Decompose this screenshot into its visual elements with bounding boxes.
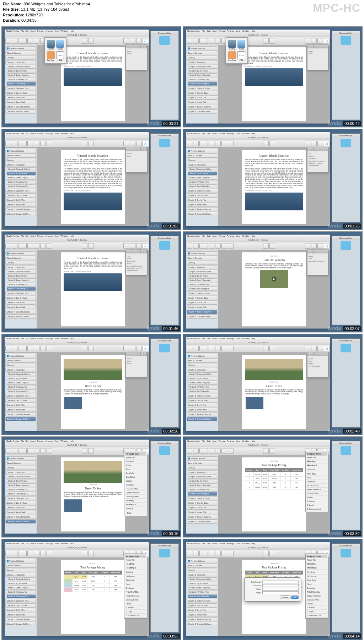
sidebar-item[interactable]: Chapter 8: Discover Californ... — [187, 314, 217, 319]
sidebar-item[interactable]: Section 4: Tour Package Pr... — [7, 82, 36, 86]
style-item[interactable]: Author — [125, 463, 146, 467]
sidebar-item[interactable]: Section 2: Sierra's Sequoia L... — [7, 176, 36, 180]
sidebar-item[interactable]: Chapter 7: Taste of California — [5, 105, 36, 109]
sidebar-item[interactable]: Section 3: HI. Whitney Tour — [7, 590, 36, 594]
sidebar-item[interactable]: Chapter 8: Discover Californ... — [5, 519, 36, 524]
style-item[interactable]: 1. Numbered List — [306, 614, 327, 618]
view-btn[interactable] — [187, 346, 192, 351]
sidebar-item[interactable]: Chapter 3: California's Carn... — [5, 599, 36, 603]
inspector-tab[interactable] — [314, 147, 316, 151]
resources-panel[interactable]: Resources Files — [332, 441, 360, 530]
sidebar-item[interactable]: Table of Contents — [187, 51, 217, 55]
inspector-btn[interactable] — [123, 38, 129, 44]
sidebar-item[interactable]: Chapter 4: Cats On Boats — [187, 603, 217, 608]
sidebar-item[interactable]: Chapter 6: Nature Walk — [187, 510, 217, 514]
sidebar-item[interactable]: Table of Contents — [5, 563, 36, 568]
inspector-tab[interactable] — [307, 352, 310, 356]
table-cell[interactable]: 4 — [99, 575, 109, 579]
style-item[interactable]: Caption — [125, 479, 146, 483]
table-btn[interactable] — [215, 243, 221, 249]
inspector-panel[interactable]: LayoutLabelAccessibility Description — [307, 250, 328, 275]
inspector-field[interactable]: Title — [309, 153, 327, 154]
sidebar-item[interactable]: Section 4: Tour Package Pr... — [188, 287, 217, 291]
sidebar-item[interactable]: Chapter 3: California's Carn... — [5, 496, 36, 500]
pricing-table[interactable]: # PeopleTourPricePrice / Night# of Night… — [64, 571, 122, 592]
sidebar-item[interactable]: Section 1: Big Sur Venture — [188, 69, 217, 73]
fonts-btn[interactable]: A — [324, 346, 330, 351]
sidebar-item[interactable]: Chapter 4: Cats On Boats — [187, 91, 217, 95]
inspector-field[interactable]: Accessibility Description — [309, 260, 327, 262]
menubar[interactable]: iBooks AuthorFileEditInsertFormatArrange… — [186, 337, 330, 341]
inspector-field[interactable]: Title — [127, 255, 146, 257]
popover-icon[interactable] — [47, 51, 55, 59]
sidebar-item[interactable]: Table of Contents — [187, 153, 217, 158]
inspector-tab[interactable] — [126, 352, 129, 356]
sections-btn[interactable] — [12, 243, 17, 249]
fonts-btn[interactable]: A — [324, 141, 330, 146]
style-item[interactable]: 1. Legal — [125, 610, 146, 614]
preview-btn[interactable] — [82, 243, 87, 249]
inspector-tab[interactable] — [310, 45, 313, 48]
sidebar[interactable]: 📘 Preview CaliforniaTable of ContentsGlo… — [186, 353, 218, 431]
style-item[interactable]: Section — [125, 507, 146, 511]
toolbar[interactable]: A — [186, 242, 330, 250]
folder-icon[interactable] — [159, 36, 170, 45]
inline-image[interactable] — [64, 397, 82, 409]
document-page[interactable]: Channel Islands ExcursionThe urban trave… — [61, 150, 125, 224]
video-thumbnail[interactable]: iBooks AuthorFileEditInsertFormatArrange… — [183, 334, 363, 435]
styles-panel[interactable]: Paragraph StylesFigure TitleHeadingHeadi… — [124, 554, 147, 619]
sidebar-item[interactable]: Section 2: Sierra's Sequoia L... — [188, 586, 217, 590]
sidebar-item[interactable]: Section 3: HI. Whitney Tour — [7, 283, 36, 287]
map-widget[interactable] — [64, 68, 122, 86]
sidebar-item[interactable]: Chapter 7: Taste of California — [187, 617, 217, 621]
style-item[interactable]: Figure Title — [306, 558, 327, 562]
inspector-btn[interactable] — [305, 243, 310, 249]
table-cell[interactable]: $1,000 — [269, 476, 280, 481]
sidebar-item[interactable]: Chapter 2: Redwoods Californi... — [188, 475, 217, 479]
inspector-tab[interactable] — [314, 250, 316, 253]
inspector-field[interactable]: Caption — [309, 155, 327, 157]
sidebar-item[interactable]: Chapter 2: Redwoods Californi... — [7, 65, 36, 69]
sidebar-item[interactable]: Chapter 5: Surf In This — [187, 505, 217, 510]
view-btn[interactable] — [187, 551, 192, 556]
sidebar-item[interactable]: Chapter 6: Nature Walk — [187, 100, 217, 104]
table-cell[interactable]: 5 — [280, 485, 291, 489]
inspector-tab[interactable] — [135, 352, 138, 356]
gallery-icon[interactable] — [47, 40, 55, 48]
inspector-tab[interactable] — [316, 147, 319, 151]
inspector-panel[interactable]: TitleCaptionBackgroundAccessibility Desc… — [307, 147, 328, 173]
charts-btn[interactable] — [221, 346, 227, 351]
sidebar-item[interactable]: Chapter 1: Introduction — [187, 60, 217, 64]
style-item[interactable]: FIGURE LABEL — [125, 487, 146, 491]
style-item[interactable]: 1. Numbered List — [306, 507, 327, 511]
folder-icon[interactable] — [341, 549, 351, 557]
sidebar-item[interactable]: Section 2: Sierra's Sequoia L... — [188, 483, 217, 487]
document-page[interactable]: Channel Islands ExcursionThe urban trave… — [61, 47, 125, 121]
sidebar-item[interactable]: Chapter 4: Cats On Boats — [187, 398, 217, 403]
sidebar-item[interactable]: Chapter 2: Redwoods Californi... — [188, 270, 217, 274]
colors-btn[interactable] — [136, 141, 142, 146]
sidebar-item[interactable]: Section 4: Tour Package Pr... — [7, 389, 36, 393]
inspector-field[interactable]: Caption — [127, 258, 146, 259]
sidebar-item[interactable]: Chapter 4: Cats On Boats — [187, 296, 217, 300]
inspector-btn[interactable] — [305, 346, 310, 351]
sidebar-item[interactable]: Chapter 7: Taste of California — [5, 412, 36, 416]
fonts-btn[interactable]: A — [143, 38, 148, 44]
media-btn[interactable] — [311, 38, 317, 44]
style-item[interactable]: Table Body — [306, 472, 327, 476]
inspector-field[interactable]: Label — [309, 360, 327, 362]
inspector-field[interactable]: Layout — [309, 255, 327, 257]
widgets-popup[interactable]: GalleryMediaPop-Over<a>HTML — [226, 37, 248, 64]
resources-panel[interactable]: Resources Files — [332, 236, 360, 325]
sidebar-item[interactable]: Chapter 6: Nature Walk — [187, 203, 217, 207]
dialog-input[interactable] — [262, 581, 299, 583]
table-cell[interactable]: LAX — [109, 583, 122, 587]
sidebar-item[interactable]: Section 4: Tour Package Pr... — [188, 389, 217, 393]
sections-btn[interactable] — [12, 346, 17, 351]
menubar[interactable]: iBooks AuthorFileEditInsertFormatArrange… — [5, 30, 149, 34]
sidebar-item[interactable]: Chapter 7: Taste of California — [5, 207, 36, 211]
sidebar-item[interactable]: Chapter 6: Nature Walk — [5, 613, 36, 617]
book-title[interactable]: 📘 Preview California — [5, 251, 36, 256]
inspector-tab[interactable] — [319, 250, 322, 253]
sidebar[interactable]: 📘 Preview CaliforniaTable of ContentsGlo… — [186, 455, 218, 534]
